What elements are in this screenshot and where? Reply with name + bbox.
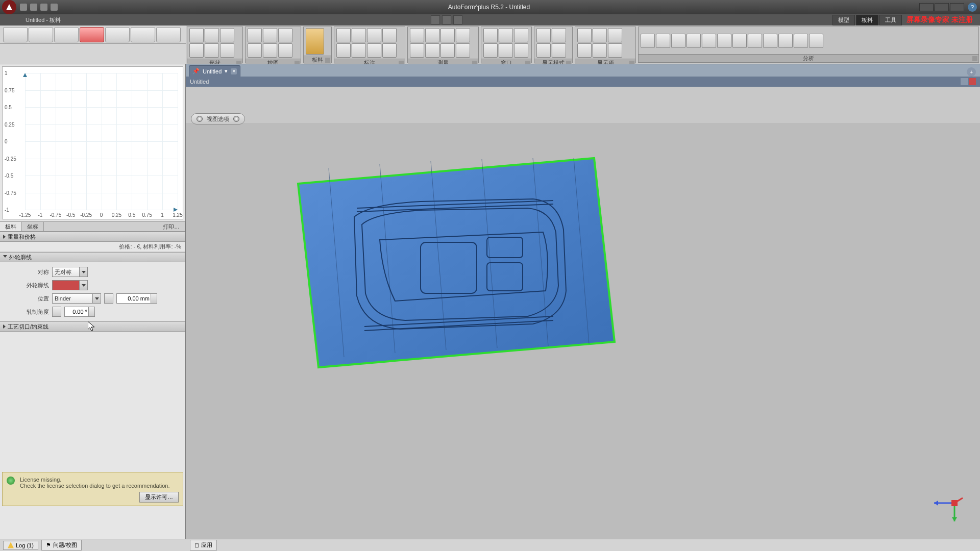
review-btn-icon[interactable] xyxy=(278,28,292,42)
analysis-btn-icon[interactable] xyxy=(778,34,793,48)
angle-spinner[interactable]: 0.00 ° xyxy=(64,307,95,317)
offset-spinner[interactable]: 0.00 mm xyxy=(116,293,157,304)
analysis-btn-icon[interactable] xyxy=(671,34,685,48)
measure-btn-icon[interactable] xyxy=(410,28,424,42)
expand-icon[interactable] xyxy=(972,56,977,61)
review-btn-icon[interactable] xyxy=(263,43,277,58)
mode-tab-tools[interactable]: 工具 xyxy=(879,15,902,26)
chart-area[interactable]: -1.25-1-0.75-0.5-0.2500.250.50.7511.25-1… xyxy=(2,66,183,219)
shape-btn-icon[interactable] xyxy=(189,43,204,58)
dispitem-btn-icon[interactable] xyxy=(608,28,622,42)
measure-btn-icon[interactable] xyxy=(440,28,455,42)
view-triad-icon[interactable] xyxy=(929,488,965,523)
window-btn-icon[interactable] xyxy=(499,43,513,58)
pin-icon[interactable]: 📌 xyxy=(192,68,200,74)
shape-btn-icon[interactable] xyxy=(205,43,219,58)
minimize-button[interactable] xyxy=(919,3,934,11)
qat-icon[interactable] xyxy=(20,4,27,11)
annot-btn-icon[interactable] xyxy=(352,43,366,58)
measure-btn-icon[interactable] xyxy=(456,28,470,42)
tab-coord[interactable]: 坐标 xyxy=(22,222,44,231)
issues-chip[interactable]: ⚑问题/校图 xyxy=(41,540,82,550)
substrip-btn[interactable] xyxy=(453,15,462,24)
dispmode-btn-icon[interactable] xyxy=(536,28,551,42)
tool-open-icon[interactable] xyxy=(3,27,28,42)
analysis-btn-icon[interactable] xyxy=(656,34,670,48)
dispmode-btn-icon[interactable] xyxy=(536,43,551,58)
analysis-btn-icon[interactable] xyxy=(717,34,731,48)
substrip-btn[interactable] xyxy=(431,15,440,24)
annot-btn-icon[interactable] xyxy=(336,43,351,58)
blank-big-icon[interactable] xyxy=(306,28,324,55)
print-link[interactable]: 打印… xyxy=(158,222,185,231)
close-button[interactable] xyxy=(950,3,964,11)
shape-btn-icon[interactable] xyxy=(220,43,234,58)
mode-tab-blank[interactable]: 板料 xyxy=(856,15,878,26)
help-button[interactable]: ? xyxy=(968,3,977,12)
shape-btn-icon[interactable] xyxy=(220,28,234,42)
dispitem-btn-icon[interactable] xyxy=(593,43,607,58)
tab-blank[interactable]: 板料 xyxy=(0,222,22,231)
apply-chip[interactable]: ◻应用 xyxy=(190,540,217,550)
viewport-max-icon[interactable] xyxy=(961,78,968,85)
qat-icon[interactable] xyxy=(30,4,37,11)
qat-icon[interactable] xyxy=(51,4,58,11)
view-options-pill[interactable]: 视图选项 xyxy=(191,113,245,124)
dropdown-icon[interactable] xyxy=(79,281,87,290)
dropdown-icon[interactable] xyxy=(79,267,87,277)
tool-process-icon[interactable] xyxy=(105,27,130,42)
review-btn-icon[interactable] xyxy=(278,43,292,58)
dispitem-btn-icon[interactable] xyxy=(593,28,607,42)
substrip-btn[interactable] xyxy=(442,15,451,24)
dispitem-btn-icon[interactable] xyxy=(608,43,622,58)
analysis-btn-icon[interactable] xyxy=(763,34,777,48)
mode-tab-model[interactable]: 模型 xyxy=(832,15,855,26)
annot-btn-icon[interactable] xyxy=(352,28,366,42)
dispitem-btn-icon[interactable] xyxy=(577,43,592,58)
outline-combo[interactable] xyxy=(52,280,88,290)
app-logo[interactable] xyxy=(2,0,16,14)
log-chip[interactable]: Log (1) xyxy=(3,541,38,550)
analysis-btn-icon[interactable] xyxy=(809,34,823,48)
section-outline[interactable]: 外轮廓线 xyxy=(0,252,185,262)
annot-btn-icon[interactable] xyxy=(367,43,381,58)
tool-draw-icon[interactable] xyxy=(54,27,79,42)
annot-btn-icon[interactable] xyxy=(367,28,381,42)
window-btn-icon[interactable] xyxy=(483,43,498,58)
dispmode-btn-icon[interactable] xyxy=(552,43,566,58)
tool-run-icon[interactable] xyxy=(156,27,181,42)
dropdown-icon[interactable] xyxy=(92,294,101,303)
viewport-close-icon[interactable] xyxy=(969,78,976,85)
annot-btn-icon[interactable] xyxy=(382,43,397,58)
dispmode-btn-icon[interactable] xyxy=(552,28,566,42)
analysis-btn-icon[interactable] xyxy=(748,34,762,48)
dispitem-btn-icon[interactable] xyxy=(577,28,592,42)
measure-btn-icon[interactable] xyxy=(425,28,439,42)
expand-icon[interactable] xyxy=(325,58,330,63)
qat-icon[interactable] xyxy=(40,4,47,11)
viewport-3d[interactable]: 视图选项 xyxy=(186,87,980,539)
close-tab-button[interactable]: × xyxy=(231,68,237,74)
add-tab-button[interactable]: + xyxy=(967,67,976,77)
window-btn-icon[interactable] xyxy=(483,28,498,42)
analysis-btn-icon[interactable] xyxy=(732,34,747,48)
window-btn-icon[interactable] xyxy=(514,43,528,58)
analysis-btn-icon[interactable] xyxy=(702,34,716,48)
position-combo[interactable]: Binder xyxy=(52,293,101,304)
spinner-icon[interactable] xyxy=(88,307,94,316)
show-license-button[interactable]: 显示许可… xyxy=(139,492,179,503)
analysis-btn-icon[interactable] xyxy=(687,34,701,48)
tool-eval-icon[interactable] xyxy=(131,27,155,42)
symmetry-combo[interactable]: 无对称 xyxy=(52,267,88,277)
window-btn-icon[interactable] xyxy=(499,28,513,42)
measure-btn-icon[interactable] xyxy=(410,43,424,58)
angle-lock-button[interactable] xyxy=(52,307,61,317)
analysis-btn-icon[interactable] xyxy=(794,34,808,48)
pick-button[interactable] xyxy=(104,293,113,304)
document-tab[interactable]: 📌 Untitled ▾ × xyxy=(189,65,240,77)
window-btn-icon[interactable] xyxy=(514,28,528,42)
tool-blank-icon[interactable] xyxy=(80,27,104,42)
measure-btn-icon[interactable] xyxy=(440,43,455,58)
shape-btn-icon[interactable] xyxy=(205,28,219,42)
pill-knob-left-icon[interactable] xyxy=(197,116,203,122)
